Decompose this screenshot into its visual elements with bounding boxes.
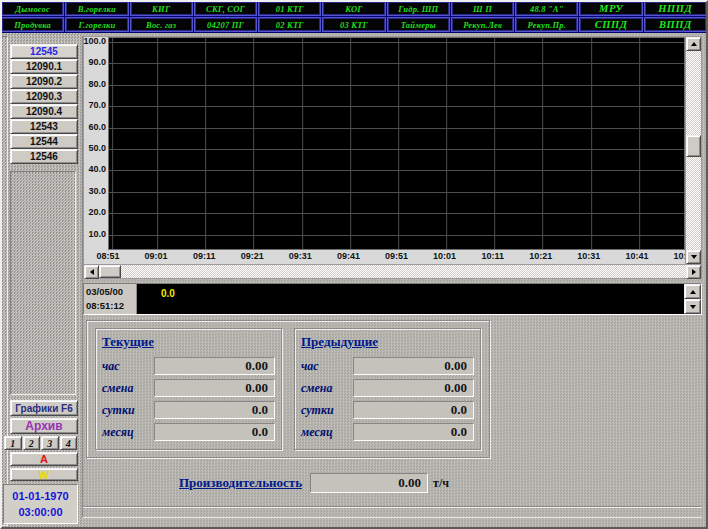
spinner-down-button[interactable] bbox=[684, 299, 701, 314]
chart-vertical-scrollbar[interactable] bbox=[685, 37, 701, 264]
toolbar-button-vos-gaz[interactable]: Вос. газ bbox=[130, 17, 193, 32]
spinner-up-button[interactable] bbox=[684, 284, 701, 299]
y-tick-label: 20.0 bbox=[76, 207, 106, 217]
sidebar: 12545 12090.1 12090.2 12090.3 12090.4 12… bbox=[0, 33, 81, 527]
toolbar-button-gidr-shp[interactable]: Гидр. ШП bbox=[387, 1, 450, 16]
toolbar-button-03-ktg[interactable]: 03 КТГ bbox=[322, 17, 385, 32]
toolbar-button-sppd[interactable]: СППД bbox=[579, 17, 642, 32]
bottom-divider bbox=[83, 506, 702, 508]
toolbar-button-skg-sog[interactable]: СКГ, СОГ bbox=[194, 1, 257, 16]
shift-value-field: 0.00 bbox=[154, 379, 275, 397]
vertical-scroll-thumb[interactable] bbox=[686, 135, 701, 157]
system-time: 03:00:00 bbox=[18, 504, 62, 520]
toolbar-button-mru[interactable]: МРУ bbox=[579, 1, 642, 16]
totals-row: час 0.00 bbox=[301, 355, 474, 377]
system-date: 01-01-1970 bbox=[12, 488, 68, 504]
row-label: смена bbox=[301, 381, 353, 396]
toolbar-button-rekup-pr[interactable]: Рекуп.Пр. bbox=[515, 17, 578, 32]
toolbar-button-02-ktg[interactable]: 02 КТГ bbox=[258, 17, 321, 32]
hour-value-field: 0.00 bbox=[154, 357, 275, 375]
channel-button-12090-2[interactable]: 12090.2 bbox=[10, 74, 78, 89]
previous-totals-group: Предыдущие час 0.00 смена 0.00 сутки 0.0… bbox=[294, 328, 481, 450]
current-totals-group: Текущие час 0.00 смена 0.00 сутки 0.0 ме… bbox=[95, 328, 282, 450]
channel-button-12090-4[interactable]: 12090.4 bbox=[10, 104, 78, 119]
scroll-track[interactable] bbox=[121, 265, 686, 278]
arrow-left-icon bbox=[90, 269, 94, 275]
y-tick-label: 90.0 bbox=[76, 57, 106, 67]
current-totals-title: Текущие bbox=[102, 334, 275, 350]
toolbar-button-kog[interactable]: КОГ bbox=[322, 1, 385, 16]
totals-row: смена 0.00 bbox=[301, 377, 474, 399]
x-tick-label: 09:31 bbox=[289, 251, 312, 261]
graphs-f6-button[interactable]: Графики F6 bbox=[10, 400, 78, 416]
channel-button-12090-1[interactable]: 12090.1 bbox=[10, 59, 78, 74]
toolbar-button-04207-pg[interactable]: 04207 ПГ bbox=[194, 17, 257, 32]
w-button[interactable]: W bbox=[10, 468, 78, 481]
channel-button-12090-3[interactable]: 12090.3 bbox=[10, 89, 78, 104]
scroll-right-button[interactable] bbox=[686, 265, 701, 279]
hour-value-field: 0.00 bbox=[353, 357, 474, 375]
toolbar-button-g-gorelki[interactable]: Г.горелки bbox=[65, 17, 128, 32]
arrow-right-icon bbox=[692, 269, 696, 275]
toolbar-button-vppd[interactable]: ВППД bbox=[644, 17, 707, 32]
row-label: сутки bbox=[102, 403, 154, 418]
horizontal-scroll-thumb[interactable] bbox=[99, 265, 121, 278]
arrow-down-icon bbox=[691, 255, 697, 259]
arrow-up-icon bbox=[691, 42, 697, 46]
x-tick-label: 09:21 bbox=[241, 251, 264, 261]
sidebar-rail bbox=[1, 36, 8, 526]
page-button-2[interactable]: 2 bbox=[23, 436, 41, 450]
row-label: месяц bbox=[301, 425, 353, 440]
row-label: месяц bbox=[102, 425, 154, 440]
x-tick-label: 09:11 bbox=[193, 251, 216, 261]
value-spinner bbox=[684, 284, 701, 314]
scroll-down-button[interactable] bbox=[686, 250, 701, 264]
x-tick-label: 10:41 bbox=[625, 251, 648, 261]
page-button-3[interactable]: 3 bbox=[41, 436, 59, 450]
totals-row: смена 0.00 bbox=[102, 377, 275, 399]
x-tick-label: 09:51 bbox=[385, 251, 408, 261]
scroll-up-button[interactable] bbox=[686, 37, 701, 51]
channel-button-12544[interactable]: 12544 bbox=[10, 134, 78, 149]
channel-button-12545[interactable]: 12545 bbox=[10, 44, 78, 59]
scroll-left-button[interactable] bbox=[84, 265, 99, 279]
archive-button[interactable]: Архив bbox=[10, 418, 78, 434]
cursor-value: 0.0 bbox=[161, 288, 175, 299]
cursor-date: 03/05/00 bbox=[86, 285, 136, 299]
channel-button-12543[interactable]: 12543 bbox=[10, 119, 78, 134]
chart-plot-area bbox=[108, 37, 685, 250]
productivity-unit: т/ч bbox=[433, 476, 449, 491]
toolbar-button-taimery[interactable]: Таймеры bbox=[387, 17, 450, 32]
toolbar-button-kig[interactable]: КИГ bbox=[130, 1, 193, 16]
y-tick-label: 30.0 bbox=[76, 186, 106, 196]
toolbar-button-nppd[interactable]: НППД bbox=[644, 1, 707, 16]
productivity-label: Производительность bbox=[179, 475, 302, 491]
toolbar-button-dymosos[interactable]: Дымосос bbox=[1, 1, 64, 16]
toolbar-button-v-gorelki[interactable]: В.горелки bbox=[65, 1, 128, 16]
x-tick-label: 08:51 bbox=[96, 251, 119, 261]
a-button[interactable]: А bbox=[10, 452, 78, 466]
sidebar-spacer-panel bbox=[10, 171, 76, 395]
y-tick-label: 50.0 bbox=[76, 143, 106, 153]
system-datetime-display: 01-01-1970 03:00:00 bbox=[3, 484, 78, 524]
day-value-field: 0.0 bbox=[154, 401, 275, 419]
totals-row: месяц 0.0 bbox=[301, 421, 474, 443]
chart-horizontal-scrollbar[interactable] bbox=[84, 264, 701, 278]
chart-x-axis: 08:51 09:01 09:11 09:21 09:31 09:41 09:5… bbox=[108, 250, 685, 264]
cursor-datetime: 03/05/00 08:51:12 bbox=[84, 284, 137, 314]
totals-row: сутки 0.0 bbox=[301, 399, 474, 421]
toolbar-button-rekup-lev[interactable]: Рекуп.Лев bbox=[451, 17, 514, 32]
month-value-field: 0.0 bbox=[353, 423, 474, 441]
toolbar-button-value-a[interactable]: 48.8 "А" bbox=[515, 1, 578, 16]
toolbar-button-produvka[interactable]: Продувка bbox=[1, 17, 64, 32]
arrow-up-icon bbox=[690, 290, 696, 294]
page-button-1[interactable]: 1 bbox=[4, 436, 22, 450]
cursor-value-display: 0.0 bbox=[137, 284, 684, 314]
toolbar-button-01-ktg[interactable]: 01 КТГ bbox=[258, 1, 321, 16]
y-tick-label: 10.0 bbox=[76, 229, 106, 239]
toolbar-button-sh-p[interactable]: Ш П bbox=[451, 1, 514, 16]
x-tick-label: 10:01 bbox=[433, 251, 456, 261]
productivity-row: Производительность 0.00 т/ч bbox=[179, 473, 702, 493]
page-button-4[interactable]: 4 bbox=[60, 436, 78, 450]
channel-button-12546[interactable]: 12546 bbox=[10, 149, 78, 164]
